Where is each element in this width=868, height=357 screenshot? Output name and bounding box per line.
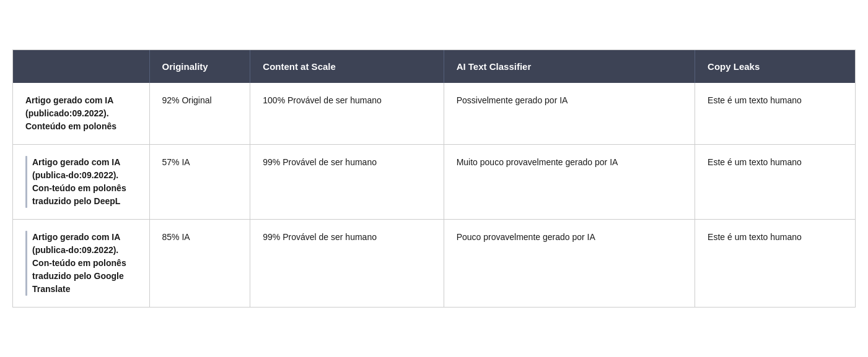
row-2-label-container: Artigo gerado com IA (publica-do:09.2022…	[25, 156, 137, 208]
row-2-bar	[25, 156, 27, 208]
row-1-originality: 92% Original	[149, 83, 250, 145]
row-1-label: Artigo gerado com IA (publicado:09.2022)…	[25, 95, 116, 131]
row-3-copy-leaks: Este é um texto humano	[695, 220, 855, 308]
row-3-label: Artigo gerado com IA (publica-do:09.2022…	[32, 231, 137, 296]
row-3-originality: 85% IA	[149, 220, 250, 308]
row-3-content-scale: 99% Provável de ser humano	[250, 220, 444, 308]
col-header-content-scale: Content at Scale	[250, 50, 444, 83]
row-3-label-cell: Artigo gerado com IA (publica-do:09.2022…	[13, 220, 149, 308]
table-row: Artigo gerado com IA (publicado:09.2022)…	[13, 83, 855, 145]
row-1-copy-leaks: Este é um texto humano	[695, 83, 855, 145]
row-1-label-cell: Artigo gerado com IA (publicado:09.2022)…	[13, 83, 149, 145]
row-3-label-container: Artigo gerado com IA (publica-do:09.2022…	[25, 231, 137, 296]
table-header-row: Originality Content at Scale AI Text Cla…	[13, 50, 855, 83]
comparison-table: Originality Content at Scale AI Text Cla…	[12, 49, 856, 308]
row-2-ai-classifier: Muito pouco provavelmente gerado por IA	[444, 145, 695, 220]
col-header-copy-leaks: Copy Leaks	[695, 50, 855, 83]
row-2-originality: 57% IA	[149, 145, 250, 220]
col-header-ai-classifier: AI Text Classifier	[444, 50, 695, 83]
row-3-bar	[25, 231, 27, 296]
table-row: Artigo gerado com IA (publica-do:09.2022…	[13, 145, 855, 220]
col-header-originality: Originality	[149, 50, 250, 83]
row-2-copy-leaks: Este é um texto humano	[695, 145, 855, 220]
row-2-label-cell: Artigo gerado com IA (publica-do:09.2022…	[13, 145, 149, 220]
row-2-content-scale: 99% Provável de ser humano	[250, 145, 444, 220]
col-header-label	[13, 50, 149, 83]
row-3-ai-classifier: Pouco provavelmente gerado por IA	[444, 220, 695, 308]
table-row: Artigo gerado com IA (publica-do:09.2022…	[13, 220, 855, 308]
row-1-ai-classifier: Possivelmente gerado por IA	[444, 83, 695, 145]
row-2-label: Artigo gerado com IA (publica-do:09.2022…	[32, 156, 137, 208]
row-1-content-scale: 100% Provável de ser humano	[250, 83, 444, 145]
